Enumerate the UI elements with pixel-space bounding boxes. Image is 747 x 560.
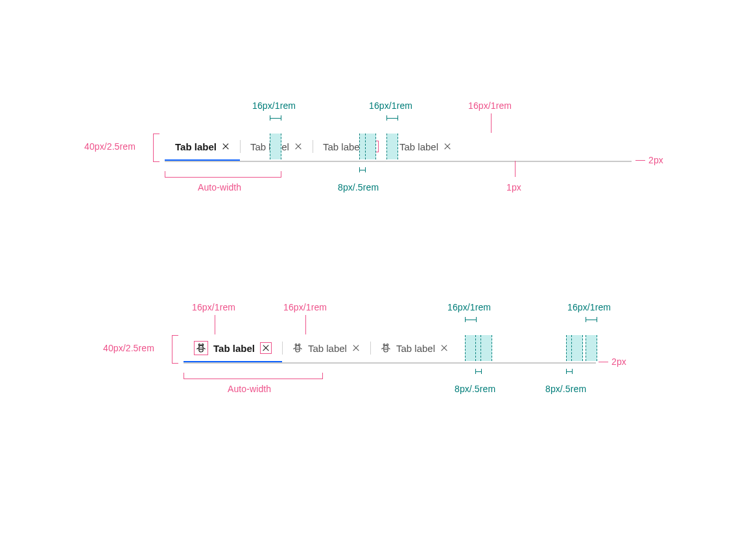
bee-icon (381, 343, 391, 353)
label-icon-16: 16px/1rem (468, 100, 512, 111)
label-icon-16: 16px/1rem (192, 302, 235, 312)
ibeam-8 (566, 369, 573, 374)
close-icon[interactable] (262, 344, 270, 352)
label-8px: 8px/.5rem (338, 182, 379, 192)
bee-icon (196, 343, 206, 353)
ibeam-8 (475, 369, 482, 374)
tab-label: Tab label (175, 141, 217, 152)
label-auto-width: Auto-width (228, 384, 271, 394)
label-icon-16: 16px/1rem (283, 302, 327, 312)
width-bracket (184, 373, 323, 379)
close-icon[interactable] (444, 143, 451, 150)
ibeam-8 (359, 167, 366, 172)
tab-active[interactable]: Tab label (165, 134, 240, 159)
label-16px: 16px/1rem (252, 100, 296, 111)
padding-highlight (586, 335, 597, 361)
padding-highlight (270, 134, 281, 159)
height-bracket (153, 134, 160, 162)
tab[interactable]: Tab label (389, 134, 462, 159)
label-2px: 2px (611, 356, 626, 367)
label-16px: 16px/1rem (369, 100, 412, 111)
tab-icon-highlight (194, 341, 208, 355)
close-icon-highlight (260, 342, 272, 354)
label-auto-width: Auto-width (198, 182, 241, 192)
close-icon[interactable] (352, 344, 360, 352)
padding-highlight (571, 335, 583, 361)
label-1px: 1px (506, 182, 521, 192)
label-16px: 16px/1rem (567, 302, 611, 312)
tab-active[interactable]: Tab label (184, 335, 282, 361)
leader-line (515, 161, 516, 177)
leader-line (215, 315, 215, 334)
ibeam-16 (386, 115, 398, 121)
label-8px: 8px/.5rem (545, 384, 586, 394)
height-bracket (172, 335, 178, 364)
label-16px: 16px/1rem (447, 302, 491, 312)
label-height: 40px/2.5rem (84, 141, 136, 152)
padding-highlight (480, 335, 492, 361)
tab-label: Tab label (213, 343, 255, 354)
close-icon[interactable] (440, 344, 448, 352)
padding-highlight (364, 134, 376, 159)
tab-label: Tab label (396, 343, 435, 354)
leader-line (305, 315, 306, 334)
close-icon[interactable] (222, 143, 230, 150)
ibeam-16 (586, 317, 597, 322)
label-2px: 2px (648, 155, 663, 165)
leader-line (599, 362, 608, 362)
tab-bar-with-icons: Tab label Tab label Tab label (184, 335, 596, 364)
tab[interactable]: Tab label (282, 335, 370, 361)
tab[interactable]: Tab label (313, 134, 389, 159)
ibeam-16 (270, 115, 281, 121)
tab[interactable]: Tab label (370, 335, 458, 361)
tab-label: Tab label (323, 141, 362, 152)
close-icon[interactable] (294, 143, 302, 150)
label-height: 40px/2.5rem (103, 343, 154, 353)
leader-line (491, 113, 492, 133)
gap-highlight (359, 134, 366, 159)
tab-bar-basic: Tab label Tab label Tab label Tab label (165, 134, 632, 162)
tab-label: Tab label (399, 141, 438, 152)
ibeam-16 (465, 317, 477, 322)
bee-icon (292, 343, 303, 353)
leader-line (635, 160, 645, 161)
label-8px: 8px/.5rem (455, 384, 495, 394)
padding-highlight (386, 134, 398, 159)
width-bracket (165, 171, 281, 178)
tab-label: Tab label (308, 343, 347, 354)
